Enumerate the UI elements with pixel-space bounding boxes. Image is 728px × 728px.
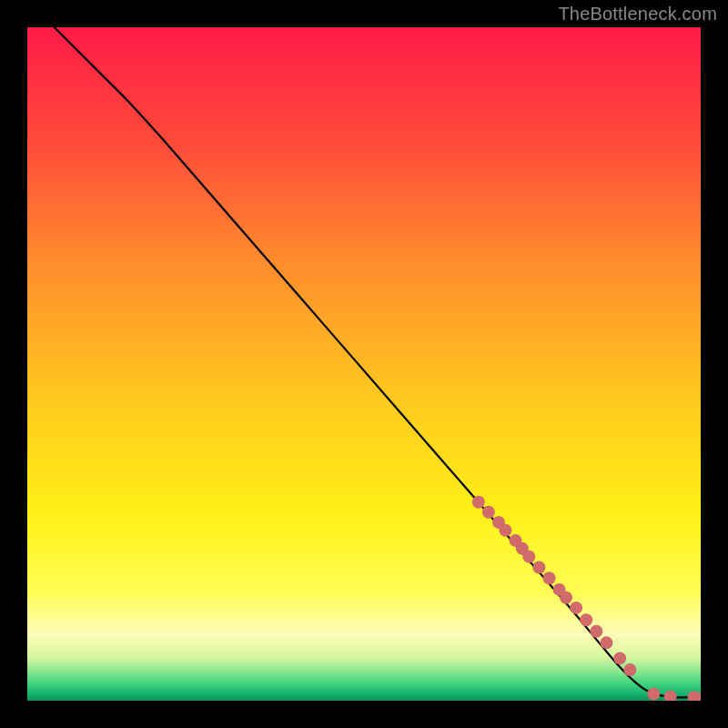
data-point: [472, 496, 485, 509]
data-point: [543, 571, 556, 584]
data-point: [623, 663, 636, 676]
data-point: [590, 625, 602, 638]
data-point-markers: [27, 27, 701, 701]
data-point: [698, 691, 701, 701]
data-point: [664, 691, 677, 701]
data-point: [522, 551, 535, 563]
watermark-text: TheBottleneck.com: [558, 4, 717, 25]
data-point: [499, 524, 511, 537]
data-point: [647, 688, 660, 701]
data-point: [613, 652, 626, 664]
data-point: [482, 506, 495, 519]
data-point: [560, 592, 572, 604]
data-point: [580, 613, 592, 626]
plot-frame: [27, 27, 701, 701]
data-point: [600, 636, 612, 649]
data-point: [532, 561, 545, 573]
data-point: [570, 602, 582, 614]
